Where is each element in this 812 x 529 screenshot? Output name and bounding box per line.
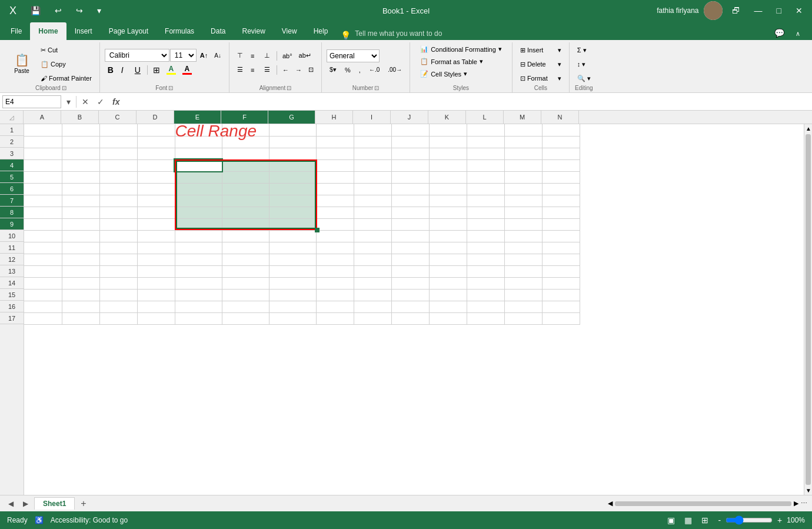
borders-button[interactable]: ⊞: [150, 64, 163, 76]
cell-H11[interactable]: [316, 242, 354, 254]
add-sheet-button[interactable]: +: [77, 497, 89, 510]
col-header-E[interactable]: E: [174, 111, 221, 124]
col-header-A[interactable]: A: [24, 111, 61, 124]
font-expand-icon[interactable]: ⊡: [168, 85, 173, 91]
cell-E11[interactable]: [175, 242, 222, 254]
cell-K2[interactable]: [429, 136, 467, 148]
cell-G12[interactable]: [269, 254, 316, 265]
col-header-C[interactable]: C: [99, 111, 137, 124]
cell-C10[interactable]: [99, 230, 137, 242]
row-header-1[interactable]: 1: [0, 124, 24, 136]
col-header-H[interactable]: H: [315, 111, 353, 124]
sheet-tab-sheet1[interactable]: Sheet1: [34, 497, 75, 510]
cell-J6[interactable]: [391, 183, 429, 195]
cell-I12[interactable]: [354, 254, 391, 265]
row-header-13[interactable]: 13: [0, 265, 24, 277]
cell-D10[interactable]: [137, 230, 175, 242]
cell-N3[interactable]: [542, 148, 580, 159]
cell-I1[interactable]: [354, 124, 391, 136]
cell-G7[interactable]: [269, 195, 316, 207]
cell-A3[interactable]: [24, 148, 62, 159]
cell-M9[interactable]: [504, 218, 542, 230]
cell-C12[interactable]: [99, 254, 137, 265]
cell-D15[interactable]: [137, 289, 175, 301]
cell-E1[interactable]: Cell Range: [175, 124, 222, 136]
cell-L2[interactable]: [467, 136, 504, 148]
tab-data[interactable]: Data: [202, 22, 234, 40]
italic-button[interactable]: I: [118, 64, 131, 76]
cell-J2[interactable]: [391, 136, 429, 148]
cell-B1[interactable]: [62, 124, 99, 136]
cell-J4[interactable]: [391, 159, 429, 171]
cell-A6[interactable]: [24, 183, 62, 195]
cell-C5[interactable]: [99, 171, 137, 183]
shrink-font-button[interactable]: A↓: [211, 49, 224, 62]
cell-D5[interactable]: [137, 171, 175, 183]
cell-C7[interactable]: [99, 195, 137, 207]
tab-formulas[interactable]: Formulas: [157, 22, 202, 40]
format-as-table-dropdown[interactable]: ▾: [480, 58, 483, 65]
cell-L1[interactable]: [467, 124, 504, 136]
cell-G13[interactable]: [269, 265, 316, 277]
cell-N9[interactable]: [542, 218, 580, 230]
cell-G5[interactable]: [269, 171, 316, 183]
undo-button[interactable]: ↩: [50, 4, 66, 18]
cell-A10[interactable]: [24, 230, 62, 242]
cell-E16[interactable]: [175, 301, 222, 312]
cell-K16[interactable]: [429, 301, 467, 312]
tab-help[interactable]: Help: [305, 22, 337, 40]
conditional-formatting-dropdown[interactable]: ▾: [498, 45, 502, 53]
scroll-horizontal-left-button[interactable]: ◀: [608, 500, 613, 507]
cell-C13[interactable]: [99, 265, 137, 277]
cell-G10[interactable]: [269, 230, 316, 242]
insert-cells-button[interactable]: ⊞ Insert ▾: [517, 44, 564, 56]
cell-styles-dropdown[interactable]: ▾: [464, 70, 467, 78]
cell-H12[interactable]: [316, 254, 354, 265]
cell-B4[interactable]: [62, 159, 99, 171]
middle-align-button[interactable]: ≡: [248, 49, 261, 62]
row-header-9[interactable]: 9: [0, 218, 24, 230]
cell-M13[interactable]: [504, 265, 542, 277]
cell-B7[interactable]: [62, 195, 99, 207]
cell-N8[interactable]: [542, 207, 580, 218]
cell-L5[interactable]: [467, 171, 504, 183]
cell-M16[interactable]: [504, 301, 542, 312]
alignment-expand-icon[interactable]: ⊡: [287, 85, 291, 91]
col-header-G[interactable]: G: [268, 111, 315, 124]
cell-G1[interactable]: [269, 124, 316, 136]
user-avatar[interactable]: [704, 1, 723, 20]
grow-font-button[interactable]: A↑: [197, 49, 211, 62]
cell-N17[interactable]: [542, 312, 580, 324]
cell-G15[interactable]: [269, 289, 316, 301]
cell-D3[interactable]: [137, 148, 175, 159]
indent-increase-button[interactable]: →: [292, 64, 305, 76]
align-right-button[interactable]: ☰: [261, 64, 274, 76]
format-cells-button[interactable]: ⊡ Format ▾: [517, 72, 564, 85]
increase-decimal-button[interactable]: .00→: [385, 64, 405, 76]
cell-D8[interactable]: [137, 207, 175, 218]
cell-A14[interactable]: [24, 277, 62, 289]
cell-G17[interactable]: [269, 312, 316, 324]
cell-B3[interactable]: [62, 148, 99, 159]
cell-F3[interactable]: [222, 148, 269, 159]
underline-button[interactable]: U: [132, 64, 145, 76]
cell-I8[interactable]: [354, 207, 391, 218]
cell-N16[interactable]: [542, 301, 580, 312]
cell-I17[interactable]: [354, 312, 391, 324]
comments-button[interactable]: 💬: [770, 26, 789, 40]
cell-A5[interactable]: [24, 171, 62, 183]
cell-L7[interactable]: [467, 195, 504, 207]
cell-H3[interactable]: [316, 148, 354, 159]
cell-F17[interactable]: [222, 312, 269, 324]
cell-F10[interactable]: [222, 230, 269, 242]
scroll-up-button[interactable]: ▲: [804, 124, 812, 133]
find-select-button[interactable]: 🔍 ▾: [574, 72, 594, 85]
top-align-button[interactable]: ⊤: [234, 49, 247, 62]
cell-I4[interactable]: [354, 159, 391, 171]
format-dropdown-icon[interactable]: ▾: [558, 75, 561, 82]
cell-J13[interactable]: [391, 265, 429, 277]
cell-A8[interactable]: [24, 207, 62, 218]
cell-K14[interactable]: [429, 277, 467, 289]
cell-J9[interactable]: [391, 218, 429, 230]
cell-A17[interactable]: [24, 312, 62, 324]
